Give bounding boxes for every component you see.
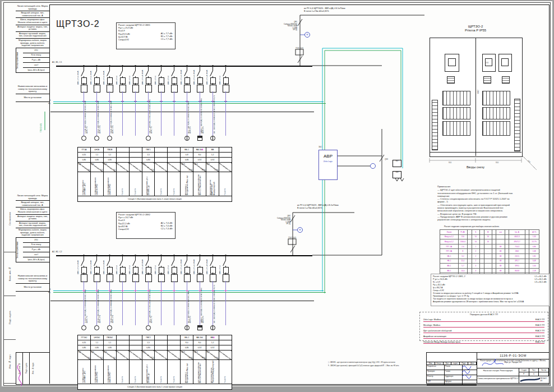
feeder-row-1: ВА47-29 С6 30мА ПТ1А - ВВГнг(А)-LS-4х4мм… <box>77 66 232 145</box>
aux-box-1: ФКУ <box>393 160 401 167</box>
schedule-cos-cell: 0,92 <box>206 345 219 351</box>
asu-data-table: Передача данных В АСУ-ТП Zelio Logic: Mo… <box>419 312 548 341</box>
contactor-box <box>184 274 191 282</box>
feeder-wire <box>84 66 84 71</box>
schedule-desc-cell: Вентилятор-2 Вентдвижения Маш. зал <box>181 360 193 384</box>
role-row: Разработал Рыжов <box>427 365 477 370</box>
role-name: Арбузов <box>445 380 463 385</box>
revision-header-cell: Лист <box>444 362 452 365</box>
schedule-desc-cell: Привод механических грабель ИР55 <box>90 360 103 384</box>
vd-row: НБ-13,2- 2-- -68- 232,5-1,81 <box>440 253 539 259</box>
rcd-box <box>223 77 229 84</box>
incoming-label-2: из РУ-0,4 ЩРТ3023 - ВВГнг(А)-LS-5х70ммВ … <box>297 204 339 210</box>
schedule-desc-cell: РЕЗЕРВ <box>116 360 129 384</box>
rcd-box <box>120 267 126 274</box>
cable-label <box>227 94 231 133</box>
schedule-power-cell: 1,1 <box>103 340 116 345</box>
section-caption: Секция 2 (Бытовки машинного зала 1 этаж)… <box>78 384 232 390</box>
schedule-desc-cell: Вентилятор-1 Вентдвижения Маш. зал <box>181 172 193 196</box>
load-calc-box-2: Расчет нагрузки ЩРТЗО-2 СВХ2 Руст = 24,7… <box>116 212 176 239</box>
gzsh-label: ГЗШ (3х25) <box>40 113 42 132</box>
schedule-current-cell: 2,65,0 <box>103 351 116 360</box>
schedule-current-cell <box>155 351 168 360</box>
width-dim-right: 800 <box>496 162 498 164</box>
vd-row: Ввод №1,2150- 50-16 --- 4602,3-1,33 <box>440 234 539 239</box>
stage-value-cell: 6 <box>529 372 539 376</box>
contactor-box <box>94 85 100 93</box>
schedule-current-cell <box>219 163 232 172</box>
schedule-power-cell: 0,55 <box>78 153 91 158</box>
schedule-header-cell: ВБ-1 <box>181 147 193 153</box>
schedule-desc-cell: РЕЗЕРВ <box>219 360 232 384</box>
schedule-desc-cell: РЕЗЕРВ <box>116 172 129 196</box>
schedule-cos-cell <box>219 158 232 163</box>
sheet-title: Схема электрическая принципиальная ЩРТЗО… <box>477 376 519 384</box>
contactor-box <box>81 274 87 282</box>
module-strip <box>482 91 510 105</box>
cable-label <box>123 284 128 323</box>
load-symbol <box>81 325 86 330</box>
revision-header-cell: Дата <box>468 362 477 365</box>
vd-row: Ввод №1,21300,0- 50-16 --- 49071,7-13,7% <box>440 239 539 245</box>
schedule-current-cell: 6,714,0 <box>206 163 219 172</box>
schedule-header-cell: ВВ <box>206 147 219 153</box>
cable-drop <box>84 281 84 325</box>
contactor-box <box>132 274 139 282</box>
phase-load-line: L3 = 40,1 кВт <box>534 281 547 284</box>
feeder-column: ВА47-29 С6 <box>155 66 168 145</box>
schedule-current-cell <box>129 351 142 360</box>
feeder-wire <box>213 66 213 71</box>
role-row: ГИП Арбузов <box>427 380 477 385</box>
avr-controller-box: АВР Zelio Logic <box>318 150 338 180</box>
revision-header-cell: Подп. <box>460 362 468 365</box>
vd-row: ВБ-15,7- 4-- -68- 399,5-1,00 <box>440 264 539 269</box>
feeder-column: ВА47-29 С6 30мА ЧН1Б2 - ВВГнг(А)-LS-4х4м… <box>90 256 103 334</box>
rcd-box <box>107 77 113 84</box>
schedule-power-cell: 0,55 <box>78 340 91 345</box>
schedule-desc-cell: Щит обогревателя Вытяж. Вент 1,2 Машинны… <box>193 172 206 196</box>
feeder-wire <box>161 256 161 260</box>
cable-label: ПТ1А - ВВГнг(А)-LS-4х4мм В лотке L=40м d… <box>85 94 89 133</box>
schedule-cos-cell <box>155 345 168 351</box>
feeder-wire <box>122 66 123 71</box>
schedule-current-cell: 18,940,0 <box>181 163 193 172</box>
schedule-header-cell: ВА-1БА <box>193 147 206 153</box>
module-dim: 200 <box>486 62 488 64</box>
feeder-column: ВА47-29 С6 30мА ПВ1Б2 - ВВГнг(А)-LS-4х4м… <box>103 256 116 334</box>
schedule-power-cell: 1,1 <box>90 340 103 345</box>
cabinet-title: ЩРТЗО-2Prisma P IP55 <box>449 25 502 33</box>
feeder-wire <box>109 256 110 260</box>
load-symbol <box>184 325 190 330</box>
schedule-header-cell <box>168 147 181 153</box>
feeder-column: ВА47-29 С6 <box>129 66 142 145</box>
schedule-header-cell: ПВГ2 <box>142 335 155 340</box>
rcd-box <box>210 77 216 84</box>
feeder-column: ВА47-29 С25 30мА ЩАВ2Т - ВВГнг(А)-LS-5х1… <box>193 256 206 334</box>
cable-drop <box>187 281 187 325</box>
schedule-current-cell <box>116 163 129 172</box>
feeder-column: ВА47-29 С25 30мА ВБ-2 - ВВГнг(А)-LS-5х4м… <box>181 256 193 334</box>
panel-title-1: ЩРТЗО-2 <box>56 19 100 29</box>
schedule-power-cell <box>155 153 168 158</box>
meter-symbol-1 <box>300 33 310 38</box>
feeder-wire <box>200 256 200 260</box>
revision-header-cell: №док. <box>451 362 460 365</box>
schedule-power-cell: 1,2 <box>206 153 219 158</box>
n-label-1: N <box>49 99 50 102</box>
cable-label <box>175 284 179 323</box>
schedule-header-cell: ЧН1Б2 <box>90 335 103 340</box>
rcd-box <box>184 77 190 84</box>
schedule-current-cell: 6,714,0 <box>206 351 219 360</box>
feeder-column: ВА47-29 С6 30мА ПТ1Б2 - ВВГнг(А)-LS-4х4м… <box>77 256 90 334</box>
total-calc-lines: Расчет нагрузки ЩРТЗО-2 СВХ1, 2Р уст = 5… <box>433 275 547 303</box>
rcd-box <box>94 267 100 274</box>
feeder-wire <box>135 66 136 71</box>
feeder-wire <box>96 66 97 71</box>
qf2-labels: QF2Compact NSX160 NS160 160АI 128А ТР-3у <box>264 215 290 225</box>
feeder-column: ВА47-29 С6 <box>116 66 129 145</box>
schedule-current-cell <box>116 351 129 360</box>
schedule-desc-cell: РЕЗЕРВ <box>168 360 181 384</box>
cable-drop <box>225 91 226 136</box>
schedule-header-cell: ЧН1Б <box>90 147 103 153</box>
corner-stamp-label: Взам. инв. № <box>16 353 22 384</box>
